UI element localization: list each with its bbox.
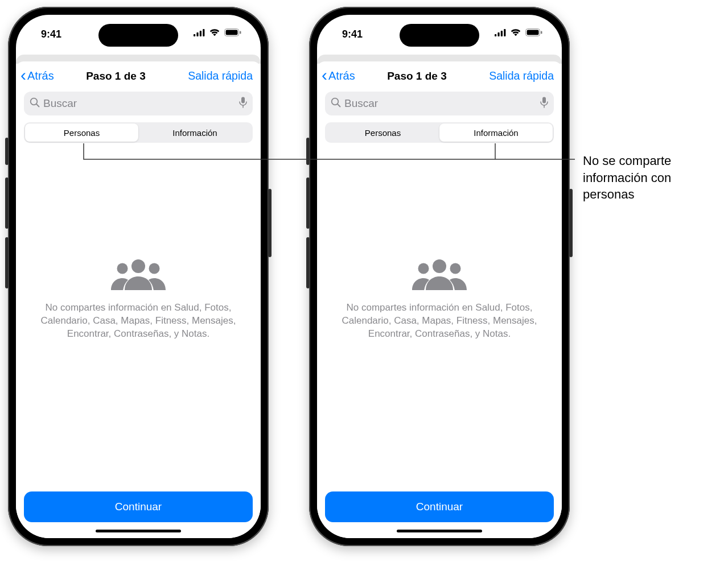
screen: 9:41 ‹ (16, 15, 261, 538)
search-icon (331, 97, 341, 110)
nav-bar: ‹ Atrás Paso 1 de 3 Salida rápida (317, 61, 562, 89)
status-time: 9:41 (342, 28, 363, 40)
modal-sheet: ‹ Atrás Paso 1 de 3 Salida rápida Buscar (317, 61, 562, 538)
svg-line-8 (36, 104, 39, 107)
step-title: Paso 1 de 3 (345, 70, 489, 82)
empty-message: No compartes información en Salud, Fotos… (340, 301, 539, 341)
nav-bar: ‹ Atrás Paso 1 de 3 Salida rápida (16, 61, 261, 89)
home-indicator[interactable] (397, 530, 482, 532)
people-group-icon (111, 259, 166, 292)
svg-rect-6 (240, 31, 241, 34)
svg-point-12 (117, 263, 128, 274)
chevron-left-icon: ‹ (322, 71, 327, 80)
microphone-icon[interactable] (239, 97, 247, 111)
svg-rect-0 (194, 34, 195, 36)
svg-rect-19 (527, 30, 539, 35)
svg-rect-1 (196, 32, 198, 36)
status-time: 9:41 (41, 28, 61, 40)
search-icon (30, 97, 40, 110)
svg-rect-16 (501, 31, 503, 36)
svg-line-22 (338, 104, 340, 107)
people-group-icon (412, 259, 467, 292)
continue-button[interactable]: Continuar (325, 491, 554, 522)
iphone-right: 9:41 ‹ (309, 7, 570, 546)
svg-point-11 (131, 259, 145, 273)
svg-point-25 (433, 259, 446, 273)
svg-rect-9 (241, 97, 245, 103)
screen: 9:41 ‹ (317, 15, 562, 538)
svg-rect-3 (203, 29, 204, 36)
callout-label: No se comparte información con personas (583, 152, 719, 203)
modal-sheet: ‹ Atrás Paso 1 de 3 Salida rápida Buscar (16, 61, 261, 538)
search-placeholder: Buscar (344, 97, 537, 110)
iphone-left: 9:41 ‹ (8, 7, 269, 546)
svg-rect-14 (495, 34, 496, 36)
dynamic-island (400, 24, 479, 47)
dynamic-island (98, 24, 178, 47)
svg-point-13 (149, 263, 160, 274)
chevron-left-icon: ‹ (20, 71, 26, 80)
svg-rect-23 (542, 97, 546, 103)
svg-rect-2 (200, 31, 201, 36)
empty-state: No compartes información en Salud, Fotos… (317, 126, 562, 474)
search-field[interactable]: Buscar (325, 92, 554, 115)
svg-point-27 (450, 263, 461, 274)
cellular-icon (495, 29, 506, 36)
empty-state: No compartes información en Salud, Fotos… (16, 126, 261, 474)
svg-rect-20 (541, 31, 542, 34)
status-indicators (495, 28, 542, 36)
battery-icon (224, 28, 241, 36)
quick-exit-button[interactable]: Salida rápida (188, 69, 253, 82)
svg-rect-15 (497, 32, 499, 36)
svg-point-26 (418, 263, 429, 274)
search-field[interactable]: Buscar (24, 92, 253, 115)
continue-button[interactable]: Continuar (24, 491, 253, 522)
microphone-icon[interactable] (540, 97, 548, 111)
home-indicator[interactable] (96, 530, 181, 532)
figure-stage: 9:41 ‹ (0, 0, 728, 566)
battery-icon (525, 28, 542, 36)
wifi-icon (510, 28, 521, 36)
quick-exit-button[interactable]: Salida rápida (489, 69, 554, 82)
status-indicators (194, 28, 241, 36)
search-placeholder: Buscar (43, 97, 236, 110)
empty-message: No compartes información en Salud, Fotos… (39, 301, 238, 341)
svg-rect-17 (504, 29, 505, 36)
cellular-icon (194, 29, 205, 36)
wifi-icon (209, 28, 220, 36)
step-title: Paso 1 de 3 (44, 70, 188, 82)
svg-rect-5 (226, 30, 238, 35)
